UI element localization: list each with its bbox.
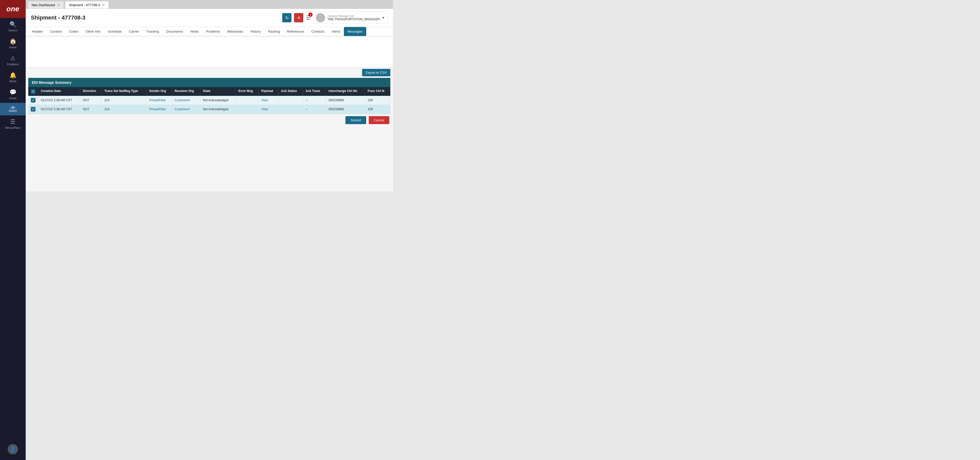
sidebar-label-search: Search [8,29,18,32]
row-creation-date-1: 01/17/22 2:38 AM CST [38,105,80,114]
select-all-checkbox[interactable] [31,89,35,94]
tab-tracking[interactable]: Tracking [143,27,162,37]
page-title: Shipment - 477708-3 [31,14,86,21]
row-trans-set-1: 214 [102,105,146,114]
tab-header[interactable]: Header [28,27,46,37]
sidebar-item-problems[interactable]: ⚠ Problems [0,52,26,69]
tab-messages[interactable]: Messages [344,27,366,37]
header-actions: ↻ ✕ ☰ ★ Transport Manager call TMS.TRANS… [282,12,388,24]
tab-codes[interactable]: Codes [65,27,82,37]
export-csv-button[interactable]: Export to CSV [362,69,390,76]
col-trans-set: Trans Set No/Msg Type [102,87,146,96]
row-interchange-ctrl-1: 000158965 [326,105,365,114]
switch-badge: ⇄ [11,106,15,109]
avatar-image [316,13,325,22]
tab-holds[interactable]: Holds [187,27,202,37]
row-ack-status-0 [278,96,303,105]
row-receiver-org-1[interactable]: CustomerA [172,105,200,114]
col-ack-status: Ack Status [278,87,303,96]
tab-references[interactable]: References [283,27,308,37]
tab-packing[interactable]: Packing [264,27,283,37]
main-area: Neo Dashboard ✕ Shipment - 477708-3 ✕ Sh… [26,0,393,192]
notification-badge: ★ [309,13,313,17]
top-tab-neo-dashboard[interactable]: Neo Dashboard ✕ [28,1,64,8]
sidebar-item-alerts[interactable]: 🔔 Alerts [0,69,26,86]
table-row: 01/17/22 2:38 AM CST OUT 214 PrivateFlee… [28,105,390,114]
row-func-ctrl-0: 159 [365,96,390,105]
page-content: Export to CSV EDI Message Summary Creati… [26,37,393,192]
row-trans-set-0: 214 [102,96,146,105]
col-sender-org: Sender Org [146,87,172,96]
user-area-content: Transport Manager call TMS.TRANSPORTATIO… [327,14,380,21]
row-checkbox-btn-1[interactable] [31,107,35,112]
edi-section-header: EDI Message Summary [28,78,390,87]
dialog-actions: Submit Cancel [26,114,393,126]
edi-table-body: 01/17/22 2:39 AM CST OUT 214 PrivateFlee… [28,96,390,114]
refresh-button[interactable]: ↻ [282,13,291,22]
submit-button[interactable]: Submit [345,116,366,124]
row-payload-0[interactable]: View [259,96,278,105]
menus-icon: ☰ [10,118,16,125]
tab-history[interactable]: History [247,27,264,37]
tab-carrier[interactable]: Carrier [125,27,143,37]
sidebar-item-switch[interactable]: ⇄ Switch [0,103,26,115]
sidebar-label-home: Home [9,46,16,49]
col-direction: Direction [80,87,102,96]
col-receiver-org: Receiver Org [172,87,200,96]
problems-icon: ⚠ [10,55,16,62]
row-payload-1[interactable]: View [259,105,278,114]
col-ack-trans: Ack Trans [303,87,326,96]
row-sender-org-0[interactable]: PrivateFleet [146,96,172,105]
col-func-ctrl: Func Ctrl N [365,87,390,96]
chats-icon: 💬 [10,89,16,96]
row-ack-trans-0: -- [303,96,326,105]
row-ack-status-1 [278,105,303,114]
row-state-0: Not Acknowledged [200,96,235,105]
row-func-ctrl-1: 159 [365,105,390,114]
user-dropdown[interactable]: Transport Manager call TMS.TRANSPORTATIO… [313,12,388,24]
user-label-small: Transport Manager call [327,14,380,18]
row-ack-trans-1: -- [303,105,326,114]
sidebar-label-chats: Chats [9,97,17,100]
content-tab-bar: Header Content Codes Other Info Schedule… [26,27,393,37]
sidebar-item-search[interactable]: 🔍 Search [0,18,26,35]
tab-other-info[interactable]: Other Info [82,27,104,37]
col-error-msg: Error Msg [236,87,259,96]
tab-documents[interactable]: Documents [162,27,187,37]
tab-milestones[interactable]: Milestones [224,27,247,37]
top-scroll-area[interactable] [26,37,393,67]
col-state: State [200,87,235,96]
sidebar-label-switch: Switch [9,109,17,112]
app-logo[interactable]: one [0,0,26,18]
close-shipment-button[interactable]: ✕ [102,3,105,7]
row-checkbox-0 [28,96,38,105]
table-header-row: Creation Date Direction Trans Set No/Msg… [28,87,390,96]
sidebar-item-home[interactable]: 🏠 Home [0,35,26,52]
row-direction-1: OUT [80,105,102,114]
top-tab-shipment[interactable]: Shipment - 477708-3 ✕ [65,1,109,8]
sidebar-label-problems: Problems [7,63,19,66]
row-state-1: Not Acknowledged [200,105,235,114]
tab-alerts[interactable]: Alerts [328,27,344,37]
col-creation-date: Creation Date [38,87,80,96]
col-checkbox [28,87,38,96]
sidebar-item-menus[interactable]: ☰ Menus/Favs [0,115,26,133]
sidebar-item-chats[interactable]: 💬 Chats [0,86,26,103]
row-interchange-ctrl-0: 000158966 [326,96,365,105]
row-receiver-org-0[interactable]: CustomerA [172,96,200,105]
tab-problems[interactable]: Problems [202,27,224,37]
tab-label-neo-dashboard: Neo Dashboard [32,3,55,7]
edi-table-wrap[interactable]: Creation Date Direction Trans Set No/Msg… [28,87,390,114]
tab-content[interactable]: Content [46,27,65,37]
sidebar-label-menus: Menus/Favs [5,126,21,129]
close-button[interactable]: ✕ [294,13,303,22]
row-checkbox-btn-0[interactable] [31,98,35,102]
avatar [316,13,325,22]
close-neo-dashboard-button[interactable]: ✕ [57,3,60,7]
row-sender-org-1[interactable]: PrivateFleet [146,105,172,114]
scroll-area-inner [26,37,393,67]
tab-contacts[interactable]: Contacts [308,27,328,37]
row-creation-date-0: 01/17/22 2:39 AM CST [38,96,80,105]
tab-schedule[interactable]: Schedule [104,27,125,37]
cancel-dialog-button[interactable]: Cancel [369,116,389,124]
